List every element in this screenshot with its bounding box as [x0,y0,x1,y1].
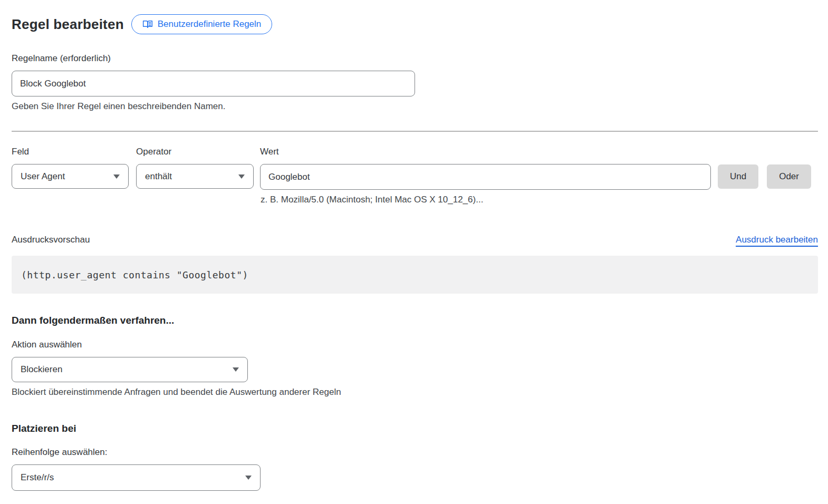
field-label: Feld [12,147,129,157]
or-button[interactable]: Oder [767,164,811,189]
rule-name-label: Regelname (erforderlich) [12,53,818,64]
and-button[interactable]: Und [718,164,758,189]
expression-builder-row: Feld User Agent Operator enthält Wert z.… [12,147,818,205]
value-label: Wert [260,147,711,157]
dropdown-arrow-icon [113,175,120,179]
action-select-value: Blockieren [21,364,62,375]
page-title: Regel bearbeiten [12,16,124,33]
value-help: z. B. Mozilla/5.0 (Macintosh; Intel Mac … [260,195,711,205]
field-select[interactable]: User Agent [12,164,129,189]
dropdown-arrow-icon [233,367,239,372]
rule-name-section: Regelname (erforderlich) Geben Sie Ihrer… [12,53,818,112]
placement-heading: Platzieren bei [12,423,818,434]
expression-preview-section: Ausdrucksvorschau Ausdruck bearbeiten (h… [12,235,818,294]
action-help: Blockiert übereinstimmende Anfragen und … [12,387,818,398]
action-heading: Dann folgendermaßen verfahren... [12,315,818,326]
expression-preview-label: Ausdrucksvorschau [12,235,90,245]
title-row: Regel bearbeiten Benutzerdefinierte Rege… [12,14,818,35]
connector-buttons: Und Oder [718,164,811,189]
action-section: Dann folgendermaßen verfahren... Aktion … [12,315,818,398]
expression-preview-box: (http.user_agent contains "Googlebot") [12,256,818,294]
rule-name-help: Geben Sie Ihrer Regel einen beschreibend… [12,101,818,112]
value-column: Wert z. B. Mozilla/5.0 (Macintosh; Intel… [260,147,711,205]
rule-name-input[interactable] [12,71,415,96]
operator-select[interactable]: enthält [136,164,254,189]
dropdown-arrow-icon [238,175,245,179]
action-label: Aktion auswählen [12,340,818,350]
operator-column: Operator enthält [136,147,254,189]
placement-section: Platzieren bei Reihenfolge auswählen: Er… [12,423,818,491]
preview-header: Ausdrucksvorschau Ausdruck bearbeiten [12,235,818,245]
operator-select-value: enthält [145,171,172,182]
edit-expression-link[interactable]: Ausdruck bearbeiten [736,235,818,245]
action-select[interactable]: Blockieren [12,357,248,382]
operator-label: Operator [136,147,254,157]
field-select-value: User Agent [21,171,65,182]
edit-rule-page: Regel bearbeiten Benutzerdefinierte Rege… [0,0,828,504]
custom-rules-button[interactable]: Benutzerdefinierte Regeln [131,14,273,34]
field-column: Feld User Agent [12,147,129,189]
order-label: Reihenfolge auswählen: [12,447,818,458]
order-select[interactable]: Erste/r/s [12,464,261,491]
open-book-icon [142,19,153,30]
dropdown-arrow-icon [245,476,252,480]
custom-rules-button-label: Benutzerdefinierte Regeln [158,19,262,30]
expression-code: (http.user_agent contains "Googlebot") [21,269,248,280]
order-select-value: Erste/r/s [21,472,54,483]
section-divider [12,131,818,132]
value-input[interactable] [260,164,711,190]
